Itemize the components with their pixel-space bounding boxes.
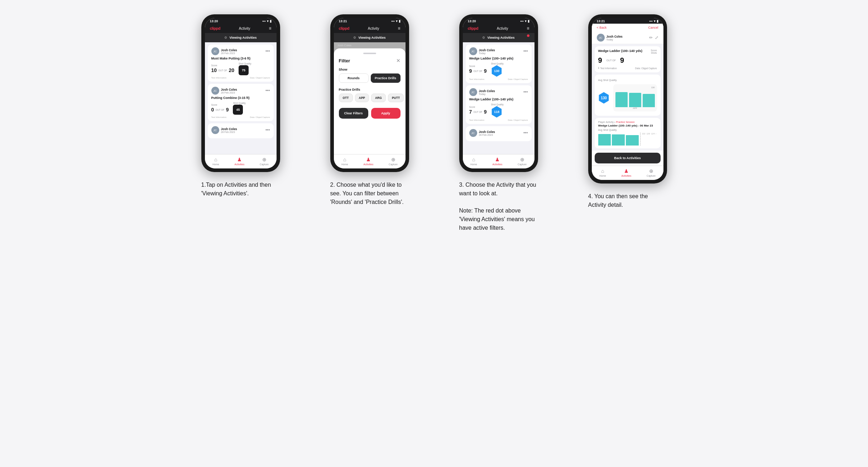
user-date-3-1: Today — [479, 52, 495, 54]
capture-label-2: Capture — [389, 163, 398, 166]
detail-user-bar: JC Josh Coles Today ✏ ⤢ — [592, 32, 663, 44]
rounds-toggle[interactable]: Rounds — [339, 73, 369, 83]
detail-nav: < Back Cancel — [592, 24, 663, 32]
footer-right-3-2: Data: Clippd Capture — [508, 119, 528, 121]
activities-label-3: Activities — [493, 163, 503, 166]
nav-home-2[interactable]: ⌂ Home — [341, 157, 348, 166]
nav-activities-2[interactable]: ♟ Activities — [364, 157, 374, 166]
wifi-icon-1: ▾ — [267, 19, 269, 23]
clear-filters-button[interactable]: Clear Filters — [339, 108, 368, 119]
activities-label-1: Activities — [235, 163, 245, 166]
activity-card-3-3[interactable]: JC Josh Coles 28 Feb 2023 ••• — [466, 126, 532, 141]
activity-card-1-1[interactable]: JC Josh Coles 28 Feb 2023 ••• Must Make … — [208, 44, 274, 82]
capture-icon-3: ⊕ — [520, 157, 524, 162]
drill-ott[interactable]: OTT — [339, 94, 353, 102]
banner-1[interactable]: ⚙ Viewing Activities — [205, 33, 277, 42]
menu-icon-2[interactable]: ≡ — [398, 26, 400, 31]
activity-card-1-3[interactable]: JC Josh Coles 28 Feb 2023 ••• — [208, 123, 274, 138]
nav-capture-1[interactable]: ⊕ Capture — [260, 157, 269, 166]
sq-badge-1-2: 45 — [233, 105, 243, 115]
nav-bar-1: clippd Activity ≡ — [205, 24, 277, 33]
practice-session-label: Player Activity • Practice Session — [598, 121, 657, 123]
dots-menu-1-3[interactable]: ••• — [265, 128, 270, 133]
nav-title-1: Activity — [239, 27, 250, 30]
nav-title-3: Activity — [497, 27, 508, 30]
nav-capture-3[interactable]: ⊕ Capture — [518, 157, 527, 166]
cancel-button[interactable]: Cancel — [648, 26, 658, 29]
banner-2[interactable]: ⚙ Viewing Activities — [334, 33, 406, 42]
dots-menu-1-1[interactable]: ••• — [265, 49, 270, 54]
chart-x-label: APP — [615, 107, 655, 109]
phone-column-3: 13:20 ▪▪▪ ▾ ▮ clippd Activity ≡ ⚙ Viewin… — [441, 14, 556, 232]
nav-activities-4[interactable]: ♟ Activities — [622, 168, 632, 177]
capture-label-4: Capture — [647, 175, 656, 177]
detail-content: Wedge Ladder (100–140 yds) Score Shots 9 — [592, 44, 663, 151]
back-to-activities-button[interactable]: Back to Activities — [595, 153, 661, 163]
wifi-icon-4: ▾ — [654, 19, 656, 23]
signal-icon-4: ▪▪▪ — [649, 19, 653, 23]
status-time-2: 13:21 — [339, 19, 347, 23]
mini-chart: 132 129 124→ — [598, 133, 657, 146]
phone-1: 13:20 ▪▪▪ ▾ ▮ clippd Activity ≡ ⚙ View — [201, 14, 280, 172]
avg-sq-label: Avg Shot Quality — [598, 79, 657, 81]
apply-button[interactable]: Apply — [371, 108, 401, 119]
score-label-3-2: Score — [469, 106, 487, 108]
activities-icon-2: ♟ — [366, 157, 371, 162]
nav-capture-4[interactable]: ⊕ Capture — [647, 168, 656, 177]
menu-icon-3[interactable]: ≡ — [527, 26, 529, 31]
drill-putt[interactable]: PUTT — [388, 94, 404, 102]
activities-icon-4: ♟ — [624, 168, 629, 174]
sq-badge-1-1: 75 — [239, 65, 249, 75]
bar-val-2: 129 — [646, 133, 650, 135]
score-header-label: Score — [651, 49, 657, 52]
dots-menu-3-3[interactable]: ••• — [523, 130, 528, 135]
dots-menu-1-2[interactable]: ••• — [265, 88, 270, 93]
footer-left-3-1: Test Information — [469, 78, 485, 80]
nav-activities-1[interactable]: ♟ Activities — [235, 157, 245, 166]
detail-user-date: Today — [606, 38, 623, 41]
dots-menu-3-1[interactable]: ••• — [523, 49, 528, 54]
activity-card-3-1[interactable]: JC Josh Coles Today ••• Wedge Ladder (10… — [466, 44, 532, 83]
avatar-4: JC — [597, 34, 605, 42]
activity-card-1-2[interactable]: JC Josh Coles 28 Feb 2023 ••• Putting Co… — [208, 84, 274, 121]
capture-icon-1: ⊕ — [262, 157, 267, 162]
bar-val-1: 132 — [642, 133, 645, 135]
capture-label-3: Capture — [518, 163, 527, 166]
nav-activities-3[interactable]: ♟ Activities — [493, 157, 503, 166]
nav-home-3[interactable]: ⌂ Home — [470, 157, 477, 166]
nav-home-1[interactable]: ⌂ Home — [212, 157, 219, 166]
filter-close-icon[interactable]: ✕ — [396, 58, 401, 63]
capture-icon-4: ⊕ — [649, 168, 653, 174]
signal-icon-1: ▪▪▪ — [262, 19, 266, 23]
show-label: Show — [339, 68, 401, 71]
phone-2: 13:21 ▪▪▪ ▾ ▮ clippd Activity ≡ ⚙ Viewin… — [330, 14, 409, 172]
drill-date-title: Wedge Ladder (100–140 yds) - 06 Mar 23 — [598, 124, 657, 127]
back-button[interactable]: < Back — [597, 26, 607, 29]
caption-3: 3. Choose the Activity that you want to … — [459, 181, 538, 232]
toggle-row: Rounds Practice Drills — [339, 73, 401, 83]
nav-home-4[interactable]: ⌂ Home — [599, 168, 606, 177]
drill-app[interactable]: APP — [355, 94, 369, 102]
drills-toggle[interactable]: Practice Drills — [371, 73, 401, 83]
bar-1 — [615, 92, 628, 107]
nav-capture-2[interactable]: ⊕ Capture — [389, 157, 398, 166]
expand-icon-4[interactable]: ⤢ — [655, 35, 658, 40]
user-name-3-1: Josh Coles — [479, 48, 495, 52]
score-label-1-2: Score — [211, 104, 229, 106]
mini-bar-1 — [598, 134, 611, 146]
banner-3[interactable]: ⚙ Viewing Activities — [463, 33, 534, 42]
capture-label-1: Capture — [260, 163, 269, 166]
dots-menu-3-2[interactable]: ••• — [523, 90, 528, 95]
menu-icon-1[interactable]: ≡ — [269, 26, 271, 31]
drill-arg[interactable]: ARG — [371, 94, 386, 102]
activity-list-3: JC Josh Coles Today ••• Wedge Ladder (10… — [463, 42, 534, 154]
edit-icon-4[interactable]: ✏ — [649, 35, 653, 40]
user-name-3-3: Josh Coles — [479, 130, 495, 134]
home-label-3: Home — [470, 163, 477, 166]
avatar-3-3: JC — [469, 129, 477, 137]
practice-drills-label: Practice Drills — [339, 88, 401, 91]
bottom-nav-4: ⌂ Home ♟ Activities ⊕ Capture — [592, 166, 663, 180]
phone-4: 13:21 ▪▪▪ ▾ ▮ < Back Cancel JC — [588, 14, 667, 184]
user-date-1-2: 28 Feb 2023 — [221, 91, 237, 94]
activity-card-3-2[interactable]: JC Josh Coles Today ••• Wedge Ladder (10… — [466, 85, 532, 124]
